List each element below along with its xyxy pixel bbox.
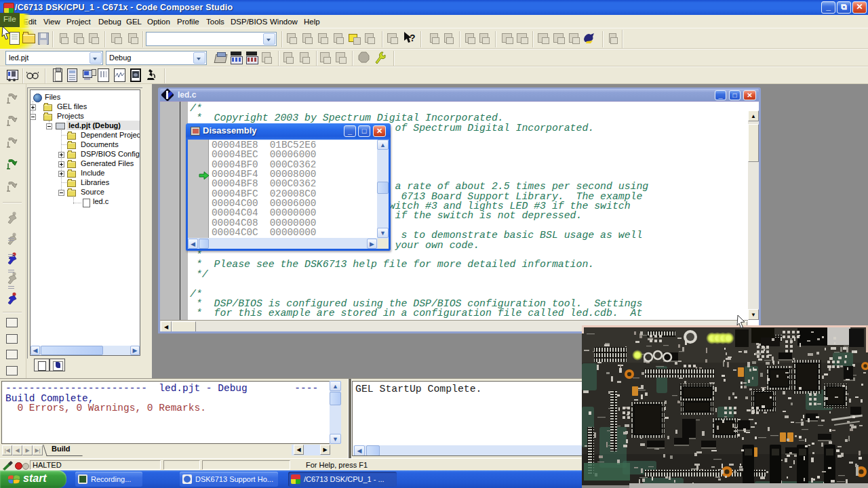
svg-text:?: ? [410,33,416,43]
